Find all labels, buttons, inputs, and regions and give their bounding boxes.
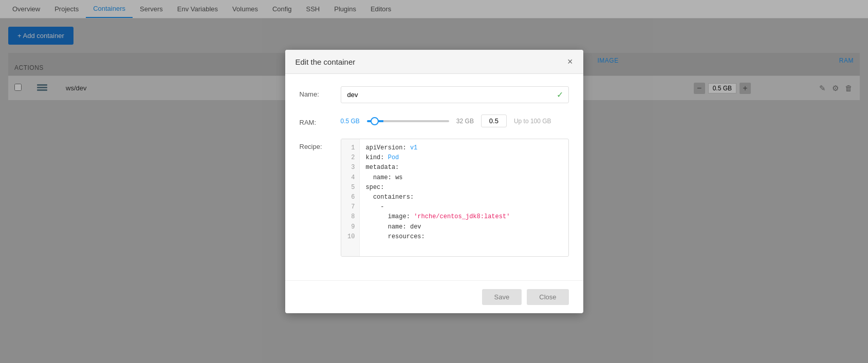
ram-label: RAM: <box>300 114 341 126</box>
recipe-label: Recipe: <box>300 139 341 150</box>
code-line-10: resources: <box>366 232 562 242</box>
modal-body: Name: ✓ RAM: 0.5 GB 32 GB <box>285 74 583 280</box>
code-line-1: apiVersion: v1 <box>366 143 562 153</box>
name-form-row: Name: ✓ <box>300 86 569 103</box>
code-line-7: - <box>366 202 562 212</box>
code-content: apiVersion: v1 kind: Pod metadata: name:… <box>360 139 568 256</box>
ram-upto-label: Up to 100 GB <box>514 118 551 125</box>
save-button[interactable]: Save <box>482 289 522 305</box>
name-valid-icon: ✓ <box>557 90 568 100</box>
code-line-9: name: dev <box>366 222 562 232</box>
name-input[interactable] <box>341 87 557 103</box>
ram-max-label: 32 GB <box>456 118 474 125</box>
ram-form-row: RAM: 0.5 GB 32 GB Up to 100 GB <box>300 114 569 127</box>
line-num-10: 10 <box>345 232 355 242</box>
ram-row: 0.5 GB 32 GB Up to 100 GB <box>341 114 569 127</box>
name-input-wrapper: ✓ <box>341 86 569 103</box>
modal-close-x-button[interactable]: × <box>567 57 573 66</box>
code-line-8: image: 'rhche/centos_jdk8:latest' <box>366 212 562 222</box>
recipe-form-row: Recipe: 1 2 3 4 5 6 7 8 <box>300 139 569 257</box>
line-num-6: 6 <box>345 193 355 202</box>
line-num-1: 1 <box>345 143 355 153</box>
ram-field: 0.5 GB 32 GB Up to 100 GB <box>341 114 569 127</box>
name-label: Name: <box>300 86 341 98</box>
recipe-field: 1 2 3 4 5 6 7 8 9 10 <box>341 139 569 257</box>
code-area: 1 2 3 4 5 6 7 8 9 10 <box>341 139 568 256</box>
line-num-8: 8 <box>345 212 355 222</box>
ram-slider[interactable] <box>367 120 449 122</box>
line-numbers: 1 2 3 4 5 6 7 8 9 10 <box>341 139 360 256</box>
code-line-4: name: ws <box>366 173 562 183</box>
name-field: ✓ <box>341 86 569 103</box>
ram-min-label: 0.5 GB <box>341 118 360 125</box>
code-line-6: containers: <box>366 193 562 202</box>
code-line-3: metadata: <box>366 163 562 173</box>
code-line-5: spec: <box>366 183 562 193</box>
edit-container-modal: Edit the container × Name: ✓ RAM: <box>285 50 583 313</box>
close-button[interactable]: Close <box>527 289 568 305</box>
line-num-4: 4 <box>345 173 355 183</box>
modal-header: Edit the container × <box>285 50 583 74</box>
line-num-2: 2 <box>345 153 355 163</box>
line-num-5: 5 <box>345 183 355 193</box>
line-num-3: 3 <box>345 163 355 173</box>
modal-footer: Save Close <box>285 280 583 313</box>
recipe-editor[interactable]: 1 2 3 4 5 6 7 8 9 10 <box>341 139 569 257</box>
line-num-9: 9 <box>345 222 355 232</box>
modal-title: Edit the container <box>296 58 356 66</box>
modal-overlay: Edit the container × Name: ✓ RAM: <box>0 0 868 363</box>
line-num-7: 7 <box>345 202 355 212</box>
code-line-2: kind: Pod <box>366 153 562 163</box>
ram-input[interactable] <box>481 114 507 127</box>
